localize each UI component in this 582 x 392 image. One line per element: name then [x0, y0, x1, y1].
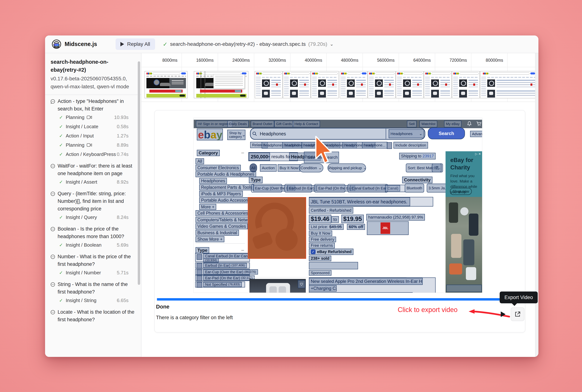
timeline-thumbnail-results-ad[interactable]: [480, 71, 539, 98]
play-replay-icon[interactable]: [501, 312, 506, 317]
step-row[interactable]: ✓Planning10.93s: [50, 113, 136, 122]
filter-shipping-pickup[interactable]: Shipping and pickup⌄: [328, 164, 366, 172]
collapse-icon[interactable]: –: [241, 150, 244, 156]
charity-ad[interactable]: ▷ ✕ eBay for Charity Find what you love.…: [446, 151, 482, 293]
replay-all-button[interactable]: Replay All: [116, 38, 155, 50]
timeline-thumbnail-homepage-dropdown[interactable]: [194, 71, 248, 98]
timeline-thumbnail-homepage[interactable]: [145, 71, 187, 98]
replay-all-label: Replay All: [127, 41, 150, 47]
connectivity-chip[interactable]: Bluetooth: [405, 184, 424, 192]
collapse-icon[interactable]: –: [241, 247, 244, 253]
nav-gift-cards[interactable]: Gift Cards: [274, 121, 294, 127]
timeline-thumbnail-results[interactable]: [424, 71, 452, 98]
category-item[interactable]: Consumer Electronics: [195, 165, 241, 171]
step-row[interactable]: ✓Insight / Query8.24s: [50, 213, 136, 222]
filter-all-pill[interactable]: All: [250, 164, 257, 172]
category-item[interactable]: iPods & MP3 Players: [199, 191, 243, 197]
timeline-thumbnail-results[interactable]: [452, 71, 480, 98]
filter-condition[interactable]: Condition⌄: [299, 164, 323, 172]
shipping-to[interactable]: Shipping to 23917: [399, 153, 436, 160]
item1-seller[interactable]: harmanaudio (252,958) 97.9%: [366, 214, 425, 220]
category-item[interactable]: Business & Industrial: [195, 230, 239, 236]
step-group: Number - What is the price of the first …: [45, 250, 141, 278]
item2-heart-button[interactable]: [298, 280, 305, 288]
sidebar-scrollbar[interactable]: [138, 61, 140, 285]
bell-icon[interactable]: [466, 121, 472, 127]
shop-by-category-button[interactable]: Shop bycategory⌄: [227, 130, 245, 140]
spec-title-row[interactable]: ✓ search-headphone-on-ebay(retry-#2) - e…: [163, 41, 334, 48]
step-row[interactable]: ✓Action / KeyboardPress0.74s: [50, 150, 136, 159]
item1-title[interactable]: JBL Tune 510BT, Wireless on-ear headphon…: [309, 197, 410, 206]
timeline-thumbnail-results[interactable]: [368, 71, 396, 98]
category-item[interactable]: Portable Audio Accessories: [199, 197, 254, 203]
type-filter-checkbox[interactable]: [197, 276, 202, 281]
timeline-thumbnail-results[interactable]: [283, 71, 311, 98]
type-filter-checkbox[interactable]: [197, 254, 202, 260]
view-options-button[interactable]: [432, 164, 442, 172]
category-item[interactable]: Cell Phones & Accessories: [195, 210, 250, 216]
timeline-thumbnail-results[interactable]: [340, 71, 367, 98]
category-item[interactable]: Portable Audio & Headphones: [195, 171, 256, 177]
advanced-link[interactable]: Advanced: [470, 131, 482, 137]
type-filter-checkbox[interactable]: [197, 270, 202, 275]
type-filter-checkbox[interactable]: [197, 263, 202, 268]
video-camera-icon[interactable]: [87, 115, 92, 120]
category-item[interactable]: Replacement Parts & Tools: [199, 184, 254, 190]
shipping-zip[interactable]: 23917: [423, 154, 434, 158]
category-item[interactable]: Video Games & Consoles: [195, 223, 248, 229]
step-row[interactable]: ✓Action / Input1.27s: [50, 131, 136, 140]
nav-brand-outlet[interactable]: Brand Outlet: [251, 121, 274, 127]
timeline-thumbnail-results[interactable]: [255, 71, 283, 98]
filter-buy-it-now[interactable]: Buy It Now: [278, 164, 300, 172]
step-row[interactable]: ✓Insight / Locate0.58s: [50, 122, 136, 131]
step-row[interactable]: ✓Insight / Number5.71s: [50, 268, 136, 277]
step-group-header[interactable]: Locate - What is the location of the fir…: [50, 308, 136, 324]
timeline-thumbnail-results[interactable]: [311, 71, 339, 98]
item2-image[interactable]: [249, 279, 306, 293]
step-group-header[interactable]: Query - {itemTitle: string, price: Numbe…: [50, 190, 136, 213]
related-chip[interactable]: headphone...: [362, 142, 387, 148]
search-input-value[interactable]: Headphones: [260, 131, 286, 136]
video-camera-icon[interactable]: [87, 143, 92, 147]
step-group-header[interactable]: Boolean - Is the price of the headphones…: [50, 225, 136, 240]
include-description-checkbox[interactable]: [387, 142, 392, 149]
step-row[interactable]: ✓Insight / String6.65s: [50, 296, 136, 305]
ad-shop-now-button[interactable]: Shop now: [450, 188, 472, 195]
step-group-header[interactable]: Action - type "Headphones" in search box…: [50, 98, 136, 113]
item2-title-line1[interactable]: New sealed Apple Pro 2nd Generation Wire…: [309, 278, 423, 285]
category-item[interactable]: Show More +: [195, 236, 224, 242]
connectivity-chip-partial[interactable]: [385, 185, 405, 192]
search-scope-select[interactable]: Headphones⌄: [389, 129, 424, 138]
item1-image[interactable]: [248, 197, 306, 259]
include-description-label[interactable]: Include description: [394, 142, 428, 148]
replay-progress-bar[interactable]: [157, 298, 500, 300]
step-row[interactable]: ✓Planning8.89s: [50, 140, 136, 150]
nav-watchlist[interactable]: Watchlist: [420, 121, 437, 127]
step-row[interactable]: ✓Insight / Boolean5.69s: [50, 240, 136, 250]
check-icon: ✓: [59, 115, 66, 120]
nav-signin[interactable]: Hi! Sign in or register: [196, 121, 232, 127]
timeline-thumbnail-results[interactable]: [396, 71, 424, 98]
type-filter-checkbox[interactable]: [197, 282, 202, 288]
export-video-button[interactable]: [511, 308, 524, 321]
ebay-logo-mini: [146, 72, 152, 74]
category-item[interactable]: More +: [199, 204, 216, 210]
step-row[interactable]: ✓Insight / Assert8.92s: [50, 177, 136, 186]
nav-daily-deals[interactable]: Daily Deals: [227, 121, 249, 127]
filter-auction[interactable]: Auction: [260, 164, 277, 172]
search-button[interactable]: Search: [428, 128, 465, 139]
cart-icon[interactable]: [476, 121, 482, 127]
item2-title-line2[interactable]: +Charging Case: [309, 285, 337, 292]
step-group-header[interactable]: String - What is the name of the first h…: [50, 280, 136, 296]
category-item[interactable]: All: [195, 158, 204, 164]
step-group-header[interactable]: Number - What is the price of the first …: [50, 253, 136, 268]
ad-controls[interactable]: ▷ ✕: [475, 152, 481, 156]
nav-help-contact[interactable]: Help & Contact: [293, 121, 320, 127]
ebay-logo[interactable]: ebay: [197, 128, 223, 140]
category-item[interactable]: Headphones: [199, 178, 227, 184]
window-scrollbar-track[interactable]: [535, 53, 539, 357]
nav-my-ebay[interactable]: My eBay: [444, 121, 462, 127]
type-filter-label: Canal Earbud (In Ear Canal): [203, 254, 254, 258]
step-group-header[interactable]: WaitFor - waitFor: there is at least one…: [50, 162, 136, 177]
nav-sell[interactable]: Sell: [407, 121, 417, 127]
